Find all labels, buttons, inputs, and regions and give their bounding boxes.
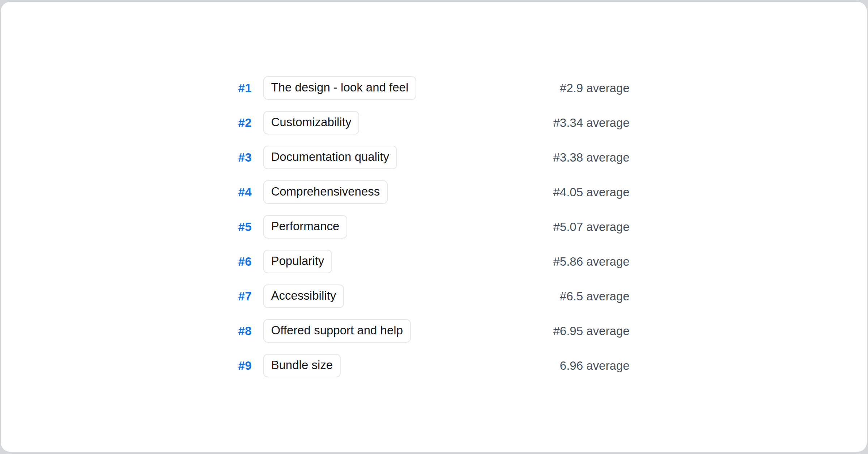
rank-label: #4 [238, 185, 256, 199]
average-value: #4.05 average [553, 185, 629, 199]
average-value: #6.95 average [553, 324, 629, 338]
option-pill: Documentation quality [263, 146, 397, 169]
rank-label: #9 [238, 359, 256, 373]
rank-label: #3 [238, 151, 256, 164]
option-pill: Comprehensiveness [263, 180, 388, 204]
ranking-row: #8 Offered support and help #6.95 averag… [238, 314, 630, 348]
ranking-row: #9 Bundle size 6.96 average [238, 348, 630, 383]
average-value: 6.96 average [560, 359, 630, 373]
ranking-row: #3 Documentation quality #3.38 average [238, 140, 630, 175]
average-value: #5.86 average [553, 255, 629, 269]
rank-label: #8 [238, 324, 256, 338]
option-pill: The design - look and feel [263, 76, 417, 100]
average-value: #3.38 average [553, 151, 629, 164]
average-value: #6.5 average [560, 290, 630, 303]
rank-label: #1 [238, 81, 256, 95]
ranking-row: #6 Popularity #5.86 average [238, 244, 630, 279]
average-value: #3.34 average [553, 116, 629, 130]
ranking-row: #2 Customizability #3.34 average [238, 106, 630, 140]
option-pill: Customizability [263, 111, 359, 134]
option-pill: Performance [263, 215, 348, 239]
rank-label: #6 [238, 255, 256, 269]
option-pill: Bundle size [263, 354, 341, 377]
option-pill: Popularity [263, 250, 332, 273]
ranking-row: #5 Performance #5.07 average [238, 210, 630, 244]
ranking-row: #1 The design - look and feel #2.9 avera… [238, 71, 630, 106]
average-value: #2.9 average [560, 81, 630, 95]
option-pill: Offered support and help [263, 319, 411, 343]
average-value: #5.07 average [553, 220, 629, 234]
option-pill: Accessibility [263, 284, 344, 308]
ranking-row: #7 Accessibility #6.5 average [238, 279, 630, 314]
rank-label: #2 [238, 116, 256, 130]
rank-label: #5 [238, 220, 256, 234]
results-card: #1 The design - look and feel #2.9 avera… [1, 2, 867, 452]
ranking-row: #4 Comprehensiveness #4.05 average [238, 175, 630, 210]
rank-label: #7 [238, 290, 256, 303]
ranking-results-list: #1 The design - look and feel #2.9 avera… [238, 71, 630, 383]
